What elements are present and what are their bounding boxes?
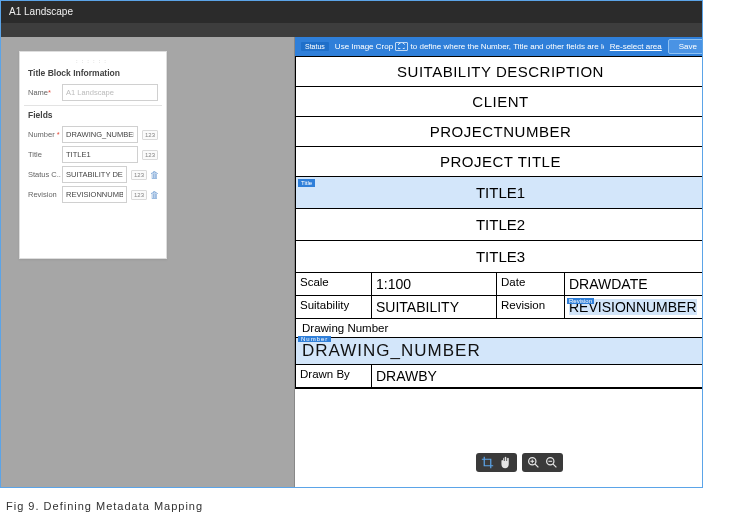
crop-instruction-bar: Status Use Image Crop ⛶ to define where … <box>295 37 703 56</box>
field-badge[interactable]: 123 <box>131 170 147 180</box>
field-label: Number * <box>28 130 62 139</box>
name-row: Name* <box>28 84 158 101</box>
row-drawnby: Drawn By DRAWBY <box>296 365 703 388</box>
save-button[interactable]: Save <box>668 39 703 54</box>
scale-value[interactable]: 1:100 <box>372 273 497 295</box>
revision-value[interactable]: Revision REVISIONNUMBER <box>565 296 703 318</box>
name-input[interactable] <box>62 84 158 101</box>
field-input-revision[interactable] <box>62 186 127 203</box>
row-title1[interactable]: Title TITLE1 <box>296 177 703 209</box>
field-badge[interactable]: 123 <box>142 130 158 140</box>
title-block-panel: :::::: Title Block Information Name* Fie… <box>19 51 167 259</box>
drawing-canvas: Status Use Image Crop ⛶ to define where … <box>294 37 703 488</box>
date-value[interactable]: DRAWDATE <box>565 273 703 295</box>
drawing-number-value[interactable]: Number DRAWING_NUMBER <box>296 338 703 365</box>
row-suitability-desc[interactable]: SUITABILITY DESCRIPTION <box>296 57 703 87</box>
revision-tag: Revision <box>567 298 594 304</box>
trash-icon[interactable]: 🗑 <box>150 170 158 180</box>
drawnby-label[interactable]: Drawn By <box>296 365 372 387</box>
section-fields: Fields <box>28 110 158 120</box>
tool-group-nav <box>476 453 517 472</box>
figure-caption: Fig 9. Defining Metadata Mapping <box>6 500 733 512</box>
crop-message: Use Image Crop ⛶ to define where the Num… <box>335 42 604 51</box>
row-suit-rev: Suitability SUITABILITY Revision Revisio… <box>296 296 703 319</box>
scale-label[interactable]: Scale <box>296 273 372 295</box>
main-area: :::::: Title Block Information Name* Fie… <box>1 37 702 488</box>
trash-icon[interactable]: 🗑 <box>150 190 158 200</box>
field-row-title: Title 123 <box>28 146 158 163</box>
field-label: Status C.. <box>28 170 62 179</box>
svg-line-5 <box>553 464 556 467</box>
field-input-number[interactable] <box>62 126 138 143</box>
field-input-title[interactable] <box>62 146 138 163</box>
row-projecttitle[interactable]: PROJECT TITLE <box>296 147 703 177</box>
view-toolbar <box>476 453 563 472</box>
row-client[interactable]: CLIENT <box>296 87 703 117</box>
title-block: SUITABILITY DESCRIPTION CLIENT PROJECTNU… <box>295 56 703 389</box>
date-label[interactable]: Date <box>497 273 565 295</box>
field-row-number: Number * 123 <box>28 126 158 143</box>
suitability-value[interactable]: SUITABILITY <box>372 296 497 318</box>
svg-line-1 <box>535 464 538 467</box>
row-title2[interactable]: TITLE2 <box>296 209 703 241</box>
crop-tool-icon[interactable] <box>481 456 494 469</box>
menu-bar <box>1 23 702 37</box>
crop-icon: ⛶ <box>395 42 408 51</box>
tool-group-zoom <box>522 453 563 472</box>
status-tag[interactable]: Status <box>301 42 329 51</box>
panel-grip[interactable]: :::::: <box>28 58 158 64</box>
number-tag: Number <box>298 336 331 342</box>
row-title3[interactable]: TITLE3 <box>296 241 703 273</box>
reselect-link[interactable]: Re-select area <box>610 42 662 51</box>
field-row-status: Status C.. 123 🗑 <box>28 166 158 183</box>
suitability-label[interactable]: Suitability <box>296 296 372 318</box>
field-badge[interactable]: 123 <box>131 190 147 200</box>
field-label: Revision <box>28 190 62 199</box>
field-input-status[interactable] <box>62 166 127 183</box>
zoom-in-icon[interactable] <box>527 456 540 469</box>
zoom-out-icon[interactable] <box>545 456 558 469</box>
field-label: Title <box>28 150 62 159</box>
field-badge[interactable]: 123 <box>142 150 158 160</box>
name-label: Name* <box>28 88 62 97</box>
field-row-revision: Revision 123 🗑 <box>28 186 158 203</box>
revision-label[interactable]: Revision <box>497 296 565 318</box>
app-window: A1 Landscape :::::: Title Block Informat… <box>0 0 703 488</box>
drawnby-value[interactable]: DRAWBY <box>372 365 703 387</box>
row-scale-date: Scale 1:100 Date DRAWDATE <box>296 273 703 296</box>
pan-tool-icon[interactable] <box>499 456 512 469</box>
drawing-number-label[interactable]: Drawing Number <box>296 319 703 338</box>
section-title-info: Title Block Information <box>28 68 158 78</box>
window-title: A1 Landscape <box>1 1 702 23</box>
row-projectnumber[interactable]: PROJECTNUMBER <box>296 117 703 147</box>
title-tag: Title <box>298 179 315 187</box>
